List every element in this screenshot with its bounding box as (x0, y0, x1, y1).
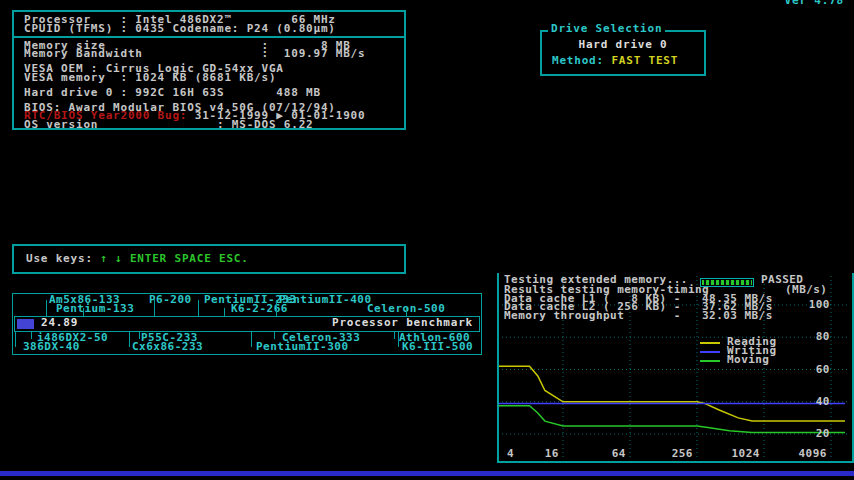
benchmark-cpu-label: Pentium-133 (56, 305, 134, 314)
benchmark-cpu-label: P6-200 (149, 296, 192, 305)
system-info-panel: Processor : Intel 486DX2™ 66 MHz CPUID (… (12, 10, 406, 130)
version-label: Ver 4.78 (785, 0, 844, 6)
method-value: FAST TEST (611, 54, 678, 67)
benchmark-cpu-label: Cx6x86-233 (132, 343, 203, 352)
benchmark-tick-line (15, 332, 16, 347)
drive-selection-item[interactable]: Hard drive 0 (542, 41, 704, 50)
x-tick-label: 256 (672, 447, 693, 460)
hard-drive-line: Hard drive 0 : 992C 16H 63S 488 MB (24, 89, 404, 98)
speedsys-screen: Ver 4.78 Processor : Intel 486DX2™ 66 MH… (0, 0, 854, 480)
vesa-memory-line: VESA memory : 1024 KB (8681 KB/s) (24, 74, 404, 83)
benchmark-tick-line (274, 332, 275, 339)
x-tick-label: 4 (507, 447, 514, 460)
benchmark-tick-line (224, 308, 225, 316)
bottom-blue-strip (0, 471, 854, 476)
benchmark-gauge-title: Processor benchmark (332, 319, 473, 328)
benchmark-tick-line (394, 332, 395, 339)
x-tick-label: 64 (612, 447, 626, 460)
y-tick-label: 40 (816, 395, 830, 408)
y-tick-label: 20 (816, 427, 830, 440)
y-tick-label: 80 (816, 330, 830, 343)
benchmark-tick-line (83, 308, 84, 316)
os-version-line: OS version : MS-DOS 6.22 (24, 121, 404, 130)
benchmark-tick-line (198, 300, 199, 316)
chart-unit-label: (MB/s) (785, 286, 827, 295)
benchmark-tick-line (46, 300, 47, 316)
processor-benchmark-panel: 24.89 Processor benchmark Am5x86-133P6-2… (12, 293, 482, 355)
benchmark-cpu-label: K6-2-266 (231, 305, 288, 314)
x-tick-label: 1024 (732, 447, 761, 460)
legend-swatch-reading (700, 342, 720, 344)
legend-label: Moving (727, 356, 769, 365)
drive-method-item[interactable]: Method: FAST TEST (552, 57, 678, 66)
benchmark-tick-line (398, 332, 399, 347)
benchmark-tick-line (154, 300, 155, 316)
benchmark-score-bar (17, 319, 34, 329)
info-divider (14, 36, 404, 38)
drive-selection-panel: Drive Selection Hard drive 0 Method: FAS… (540, 30, 706, 76)
legend-swatch-moving (700, 360, 720, 362)
benchmark-cpu-label: 386DX-40 (23, 343, 80, 352)
key-hints-prefix: Use keys: (26, 252, 100, 265)
series-reading (499, 366, 845, 421)
drive-selection-title: Drive Selection (548, 25, 665, 34)
benchmark-tick-line (406, 308, 407, 316)
benchmark-cpu-label: PentiumII-300 (256, 343, 349, 352)
benchmark-gauge: 24.89 Processor benchmark (14, 316, 480, 332)
legend-swatch-writing (700, 351, 720, 353)
key-hints-panel: Use keys: ↑ ↓ ENTER SPACE ESC. (12, 244, 406, 274)
legend-item: Moving (700, 356, 777, 365)
benchmark-cpu-label: PentiumII-400 (279, 296, 372, 305)
series-moving (499, 406, 845, 433)
chart-legend: ReadingWritingMoving (700, 338, 777, 365)
memory-bandwidth-line: Memory Bandwidth : 109.97 MB/s (24, 50, 404, 59)
y-tick-label: 60 (816, 363, 830, 376)
benchmark-tick-line (129, 332, 130, 347)
benchmark-tick-line (276, 300, 277, 316)
benchmark-tick-line (31, 332, 32, 339)
benchmark-tick-line (139, 332, 140, 339)
cpuid-line: CPUID (TFMS) : 0435 Codename: P24 (0.80µ… (24, 25, 404, 34)
y-tick-label: 100 (809, 298, 830, 311)
benchmark-score-value: 24.89 (41, 319, 78, 328)
x-tick-label: 4096 (799, 447, 828, 460)
method-label: Method: (552, 54, 611, 67)
benchmark-tick-line (251, 332, 252, 347)
key-hints-keys: ↑ ↓ ENTER SPACE ESC. (100, 252, 248, 265)
benchmark-cpu-label: K6-III-500 (402, 343, 473, 352)
x-tick-label: 16 (545, 447, 559, 460)
memtest-throughput-result: Memory throughput - 32.03 MB/s (504, 312, 773, 321)
